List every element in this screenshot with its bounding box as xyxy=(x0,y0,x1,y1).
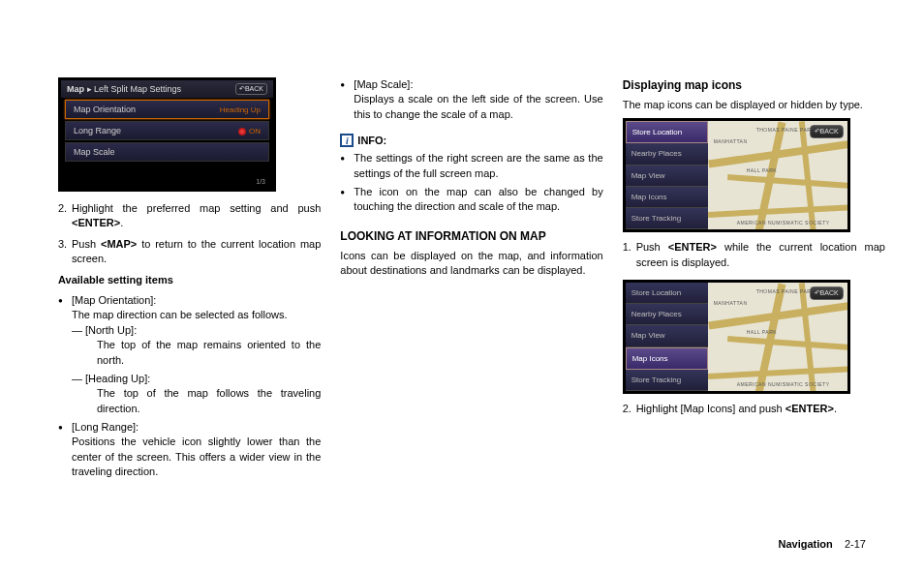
col3-step-1: 1. Push <ENTER> while the current locati… xyxy=(636,240,885,270)
col3-heading: Displaying map icons xyxy=(623,77,885,94)
map-body: THOMAS PAINE PARK HALL PARK AMERICAN NUM… xyxy=(708,283,847,391)
screenshot-header: Map ▸ Left Split Map Settings ↶BACK xyxy=(61,80,273,98)
map-body: THOMAS PAINE PARK HALL PARK AMERICAN NUM… xyxy=(708,121,847,229)
sublist-orientation: [North Up]: The top of the map remains o… xyxy=(72,323,321,416)
col3-step-2: 2. Highlight [Map Icons] and push <ENTER… xyxy=(636,402,885,416)
column-1: Map ▸ Left Split Map Settings ↶BACK Map … xyxy=(58,77,321,542)
info-list: The settings of the right screen are the… xyxy=(340,151,602,219)
sub-north-up: [North Up]: The top of the map remains o… xyxy=(85,323,321,368)
col3-steps-2: 2. Highlight [Map Icons] and push <ENTER… xyxy=(623,402,885,422)
step-3: 3. Push <MAP> to return to the current l… xyxy=(72,237,321,267)
map-sidebar: Store Location Nearby Places Map View Ma… xyxy=(626,283,708,391)
info-row: i INFO: xyxy=(340,134,602,147)
footer-page: 2-17 xyxy=(845,538,866,550)
section-body: Icons can be displayed on the map, and i… xyxy=(340,249,602,279)
item-map-scale: [Map Scale]: Displays a scale on the lef… xyxy=(354,77,602,122)
sidebar-item: Nearby Places xyxy=(626,143,708,165)
item-long-range: [Long Range]: Positions the vehicle icon… xyxy=(72,420,321,480)
column-2: [Map Scale]: Displays a scale on the lef… xyxy=(340,77,602,542)
info-icon: i xyxy=(340,134,354,147)
sidebar-item: Map View xyxy=(626,325,708,346)
step-2: 2. Highlight the preferred map setting a… xyxy=(72,201,321,231)
led-icon xyxy=(238,128,246,135)
col2-list: [Map Scale]: Displays a scale on the lef… xyxy=(340,77,602,126)
section-heading: LOOKING AT INFORMATION ON MAP xyxy=(340,228,602,245)
available-list: [Map Orientation]: The map direction can… xyxy=(58,293,321,484)
sidebar-item: Store Location xyxy=(626,283,708,304)
page-footer: Navigation 2-17 xyxy=(778,538,866,550)
sidebar-item: Map Icons xyxy=(626,187,708,208)
sub-heading-up: [Heading Up]: The top of the map follows… xyxy=(85,372,321,416)
row-map-orientation: Map Orientation Heading Up xyxy=(65,100,269,119)
back-button: ↶BACK xyxy=(235,83,267,95)
info-item-2: The icon on the map can also be changed … xyxy=(354,185,602,215)
row-map-scale: Map Scale xyxy=(65,142,269,162)
map-screenshot-1: Store Location Nearby Places Map View Ma… xyxy=(623,118,850,232)
item-map-orientation: [Map Orientation]: The map direction can… xyxy=(72,293,321,416)
column-3: Displaying map icons The map icons can b… xyxy=(623,77,885,542)
screenshot-breadcrumb: Left Split Map Settings xyxy=(94,84,181,94)
col3-intro: The map icons can be displayed or hidden… xyxy=(623,98,885,112)
row-long-range: Long Range ON xyxy=(65,121,269,140)
map-back-button: ↶BACK xyxy=(810,286,844,300)
sidebar-item: Nearby Places xyxy=(626,304,708,325)
map-sidebar: Store Location Nearby Places Map View Ma… xyxy=(626,121,708,229)
sidebar-item: Map View xyxy=(626,165,708,187)
map-screenshot-2: Store Location Nearby Places Map View Ma… xyxy=(623,280,850,394)
info-label: INFO: xyxy=(357,135,386,146)
available-heading: Available setting items xyxy=(58,273,321,287)
sidebar-item: Store Location xyxy=(626,121,708,143)
steps-list: 2. Highlight the preferred map setting a… xyxy=(58,201,321,273)
sidebar-item: Store Tracking xyxy=(626,370,708,391)
sidebar-item: Map Icons xyxy=(626,347,708,370)
screenshot-title: Map xyxy=(67,84,84,94)
pager: 1/3 xyxy=(256,178,265,185)
info-item-1: The settings of the right screen are the… xyxy=(354,151,602,181)
map-back-button: ↶BACK xyxy=(810,125,844,138)
sidebar-item: Store Tracking xyxy=(626,208,708,229)
screenshot-map-settings: Map ▸ Left Split Map Settings ↶BACK Map … xyxy=(58,77,276,192)
col3-steps: 1. Push <ENTER> while the current locati… xyxy=(623,240,885,276)
footer-section: Navigation xyxy=(778,538,832,550)
